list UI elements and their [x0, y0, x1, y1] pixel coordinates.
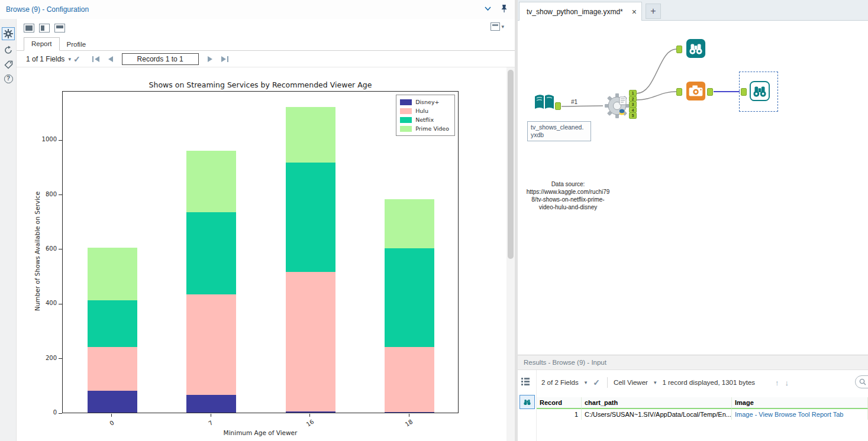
toolbar-separator [607, 377, 608, 388]
input-data-tool-icon[interactable] [533, 93, 556, 112]
scrollbar-thumb[interactable] [508, 70, 514, 259]
config-side-strip: ? [0, 19, 17, 441]
vertical-scrollbar[interactable] [506, 67, 515, 441]
results-search-box[interactable] [855, 375, 868, 388]
open-in-window-button[interactable]: ▾ [491, 22, 504, 31]
chevron-down-icon[interactable]: ▾ [585, 380, 588, 385]
annotation-line: video-hulu-and-disney [518, 203, 618, 211]
report-chart-region: Shows on Streaming Services by Recommend… [17, 67, 506, 441]
bar-segment [385, 347, 434, 412]
bar-segment [286, 163, 335, 272]
window-icon [491, 22, 500, 31]
configuration-header: Browse (9) - Configuration [0, 0, 515, 19]
last-record-button[interactable] [220, 56, 229, 63]
canvas-annotation: Data source:https://www.kaggle.com/ruchi… [518, 180, 618, 211]
chevron-down-icon[interactable] [485, 7, 491, 11]
arrow-up-icon[interactable]: ↑ [775, 378, 779, 387]
column-header-image[interactable]: Image [732, 397, 868, 409]
close-tab-icon[interactable]: × [632, 7, 637, 17]
python-tool-icon[interactable] [604, 92, 631, 119]
workflow-canvas[interactable]: #1 tv_shows_cleaned. yxdb [518, 21, 868, 355]
data-grid-icon[interactable] [520, 376, 531, 387]
chevron-down-icon[interactable]: ▾ [654, 380, 657, 385]
column-header-record[interactable]: Record [537, 397, 582, 409]
legend-label: Prime Video [415, 125, 449, 132]
results-header: Results - Browse (9) - Input [518, 355, 868, 370]
bar-segment [186, 395, 236, 413]
bar-segment [186, 212, 236, 294]
y-tick-label: 200 [27, 355, 57, 361]
record-number-cell: 1 [537, 409, 582, 420]
table-row[interactable]: 1 C:/Users/SUSAN~1.SIV/AppData/Local/Tem… [537, 409, 868, 420]
chevron-down-icon[interactable]: ▾ [68, 56, 71, 62]
bar-segment [286, 411, 335, 413]
plot-area: Disney+HuluNetflixPrime Video [62, 91, 459, 413]
y-tick-label: 1000 [27, 136, 57, 142]
image-tool-output-anchor[interactable] [707, 88, 713, 96]
record-info-text: 1 record displayed, 1301 bytes [662, 379, 755, 386]
workflow-tab[interactable]: tv_show_python_image.yxmd* × [519, 2, 642, 21]
bar-segment [186, 294, 236, 395]
chart-figure: Shows on Streaming Services by Recommend… [17, 67, 490, 441]
workflow-tab-title: tv_show_python_image.yxmd* [527, 8, 623, 16]
apply-check-icon[interactable]: ✓ [73, 54, 80, 64]
column-header-chart-path[interactable]: chart_path [582, 397, 732, 409]
browse1-input-anchor[interactable] [676, 46, 682, 53]
config-toolbar: ▾ [17, 19, 515, 37]
python-output-anchor[interactable]: 1 [629, 90, 637, 96]
bar-segment [88, 248, 137, 300]
configuration-panel: Browse (9) - Configuration [0, 0, 515, 441]
sync-icon[interactable] [2, 44, 15, 57]
results-fields-dropdown[interactable]: 2 of 2 Fields [541, 379, 579, 386]
image-link-cell[interactable]: Image - View Browse Tool Report Tab [732, 409, 868, 420]
bar-segment [88, 300, 137, 347]
x-tick-mark [211, 414, 211, 417]
pin-icon[interactable] [501, 4, 508, 13]
apply-check-icon[interactable]: ✓ [593, 378, 600, 387]
browse-tool-icon[interactable] [686, 38, 706, 59]
layout-split-horizontal-icon[interactable] [54, 24, 65, 33]
fields-dropdown[interactable]: 1 of 1 Fields [26, 55, 64, 63]
connection-label: #1 [570, 99, 579, 105]
image-tool-icon[interactable] [686, 81, 706, 101]
x-tick-mark [409, 414, 409, 417]
results-side-strip [518, 370, 537, 441]
y-tick-mark [59, 194, 62, 195]
chevron-down-icon: ▾ [501, 24, 504, 30]
document-tab-bar: tv_show_python_image.yxmd* × + [518, 0, 868, 21]
y-tick-label: 600 [27, 245, 57, 252]
browse-tool-selected-icon[interactable] [750, 81, 770, 101]
tag-icon[interactable] [2, 58, 15, 71]
browse2-input-anchor[interactable] [741, 88, 747, 96]
records-range-box[interactable]: Records 1 to 1 [122, 53, 199, 65]
config-content: ▾ Report Profile 1 of 1 Fields ▾ ✓ Recor… [17, 19, 515, 441]
next-record-button[interactable] [206, 56, 214, 63]
legend-swatch [400, 126, 412, 132]
previous-record-button[interactable] [107, 56, 114, 63]
new-tab-button[interactable]: + [646, 4, 661, 19]
annotation-line: Data source: [518, 180, 618, 188]
python-output-anchors[interactable]: 12345 [629, 90, 637, 119]
bar-segment [186, 151, 236, 212]
chart-path-cell[interactable]: C:/Users/SUSAN~1.SIV/AppData/Local/Temp/… [582, 409, 732, 420]
legend-entry: Prime Video [400, 124, 449, 133]
gear-icon[interactable] [2, 27, 15, 40]
configuration-title: Browse (9) - Configuration [6, 5, 89, 14]
tab-report[interactable]: Report [24, 37, 60, 51]
legend-entry: Disney+ [400, 98, 449, 106]
results-toolbar: 2 of 2 Fields ▾ ✓ Cell Viewer ▾ 1 record… [537, 370, 868, 395]
browse-results-icon[interactable] [519, 395, 535, 409]
input-output-anchor[interactable] [555, 102, 561, 110]
layout-single-icon[interactable] [24, 24, 34, 33]
report-profile-tabs: Report Profile [17, 37, 515, 51]
cell-viewer-dropdown[interactable]: Cell Viewer [614, 379, 648, 386]
python-output-anchor[interactable]: 5 [629, 112, 637, 119]
image-tool-input-anchor[interactable] [676, 88, 682, 96]
bar-segment [385, 199, 434, 248]
python-output-anchor[interactable]: 3 [629, 101, 637, 108]
help-icon[interactable]: ? [2, 72, 15, 85]
tab-profile[interactable]: Profile [60, 38, 93, 51]
layout-split-vertical-icon[interactable] [39, 24, 50, 33]
first-record-button[interactable] [92, 56, 101, 63]
arrow-down-icon[interactable]: ↓ [785, 378, 789, 387]
